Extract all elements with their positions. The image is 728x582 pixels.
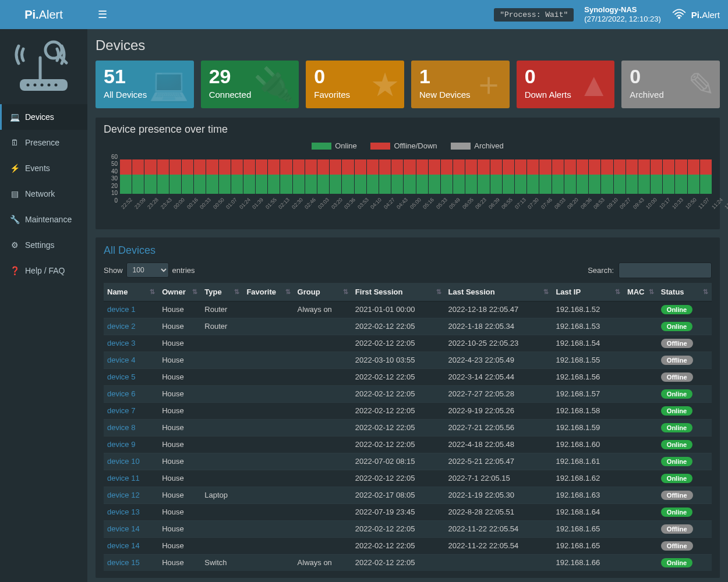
table-row[interactable]: device 8House2022-02-12 22:052022-7-21 2… [104, 419, 712, 436]
col-last-ip[interactable]: Last IP⇅ [552, 283, 623, 301]
device-link[interactable]: device 10 [107, 457, 140, 466]
brand-right[interactable]: Pi.Alert [672, 9, 720, 21]
stat-icon: ▲ [578, 66, 610, 104]
status-badge: Online [661, 457, 692, 466]
device-link[interactable]: device 13 [107, 508, 140, 516]
sort-icon: ⇅ [543, 288, 549, 296]
table-row[interactable]: device 14House2022-02-12 22:052022-11-22… [104, 520, 712, 537]
device-link[interactable]: device 6 [107, 389, 135, 398]
status-badge: Online [661, 423, 692, 432]
table-row[interactable]: device 15HouseSwitchAlways on2022-02-12 … [104, 554, 712, 571]
cog-icon: ⚙ [10, 240, 19, 250]
nav-item-help-faq[interactable]: ❓Help / FAQ [0, 258, 87, 283]
col-owner[interactable]: Owner⇅ [158, 283, 201, 301]
chart-yaxis: 6050403020100 [104, 154, 120, 204]
sort-icon: ⇅ [343, 288, 348, 296]
search-input[interactable] [619, 262, 712, 278]
device-link[interactable]: device 12 [107, 491, 140, 499]
process-status: "Process: Wait" [494, 8, 574, 22]
search-label: Search: [588, 266, 614, 275]
chart-xaxis: 22:5223:0923:2823:4300:0000:1600:3300:50… [120, 206, 712, 226]
table-row[interactable]: device 13House2022-07-19 23:452022-8-28 … [104, 503, 712, 520]
nav-item-settings[interactable]: ⚙Settings [0, 232, 87, 258]
wrench-icon: 🔧 [10, 215, 19, 224]
table-row[interactable]: device 3House2022-02-12 22:052022-10-25 … [104, 335, 712, 352]
legend-online[interactable]: Online [312, 141, 357, 150]
col-first-session[interactable]: First Session⇅ [352, 283, 445, 301]
status-badge: Online [661, 440, 692, 449]
table-row[interactable]: device 11House2022-02-12 22:052022-7-1 2… [104, 470, 712, 487]
chart-box: Device presence over time Online Offline… [96, 118, 720, 229]
device-link[interactable]: device 14 [107, 524, 140, 533]
col-type[interactable]: Type⇅ [201, 283, 243, 301]
nav-item-network[interactable]: ▤Network [0, 181, 87, 207]
device-link[interactable]: device 9 [107, 440, 135, 449]
brand-logo[interactable]: Pi.Alert [0, 0, 87, 29]
legend-archived[interactable]: Archived [451, 141, 504, 150]
status-badge: Offline [661, 339, 693, 348]
col-last-session[interactable]: Last Session⇅ [445, 283, 553, 301]
device-link[interactable]: device 2 [107, 322, 135, 331]
device-link[interactable]: device 3 [107, 339, 135, 347]
stat-favorites[interactable]: 0Favorites★ [306, 61, 404, 108]
table-row[interactable]: device 4House2022-03-10 03:552022-4-23 2… [104, 352, 712, 368]
stat-new-devices[interactable]: 1New Devices＋ [411, 61, 510, 108]
col-group[interactable]: Group⇅ [294, 283, 352, 301]
sidebar-toggle[interactable]: ☰ [87, 8, 118, 21]
device-link[interactable]: device 4 [107, 356, 135, 364]
device-link[interactable]: device 11 [107, 474, 140, 482]
nav-label: Events [25, 164, 50, 173]
status-badge: Offline [661, 491, 693, 500]
col-name[interactable]: Name⇅ [104, 283, 158, 301]
stat-icon: 💻 [149, 65, 189, 104]
device-link[interactable]: device 5 [107, 372, 135, 381]
content: Devices 51All Devices💻29Connected🔌0Favor… [87, 29, 728, 582]
table-row[interactable]: device 10House2022-07-02 08:152022-5-21 … [104, 453, 712, 470]
page-size-select[interactable]: 100 [126, 262, 169, 278]
sort-icon: ⇅ [649, 288, 654, 296]
table-box: All Devices Show 100 entries Search: Nam… [96, 237, 720, 578]
status-badge: Online [661, 508, 692, 517]
stat-connected[interactable]: 29Connected🔌 [201, 61, 299, 108]
show-label: Show [104, 266, 123, 275]
sort-icon: ⇅ [703, 288, 708, 296]
status-badge: Online [661, 558, 692, 567]
stat-archived[interactable]: 0Archived✎ [621, 61, 720, 108]
device-link[interactable]: device 1 [107, 305, 135, 314]
status-badge: Offline [661, 356, 693, 365]
nav-item-events[interactable]: ⚡Events [0, 155, 87, 181]
legend-offline[interactable]: Offline/Down [370, 141, 437, 150]
device-link[interactable]: device 15 [107, 558, 140, 567]
table-row[interactable]: device 14House2022-02-12 22:052022-11-22… [104, 537, 712, 554]
svg-point-0 [678, 17, 680, 19]
timestamp: (27/12/2022, 12:10:23) [584, 15, 661, 24]
col-mac[interactable]: MAC⇅ [624, 283, 658, 301]
status-badge: Online [661, 474, 692, 483]
nav-item-devices[interactable]: 💻Devices [0, 104, 87, 130]
stat-down-alerts[interactable]: 0Down Alerts▲ [517, 61, 615, 108]
stat-icon: ＋ [472, 62, 505, 107]
nav-item-maintenance[interactable]: 🔧Maintenance [0, 207, 87, 232]
col-status[interactable]: Status⇅ [658, 283, 712, 301]
table-row[interactable]: device 1HouseRouterAlways on2021-01-01 0… [104, 301, 712, 318]
nav-item-presence[interactable]: 🗓Presence [0, 130, 87, 155]
stat-all-devices[interactable]: 51All Devices💻 [96, 61, 194, 108]
table-row[interactable]: device 5House2022-02-12 22:052022-3-14 2… [104, 368, 712, 385]
table-row[interactable]: device 9House2022-02-12 22:052022-4-18 2… [104, 436, 712, 453]
table-row[interactable]: device 6House2022-02-12 22:052022-7-27 2… [104, 385, 712, 402]
device-link[interactable]: device 8 [107, 423, 135, 432]
top-header: Pi.Alert ☰ "Process: Wait" Synology-NAS … [0, 0, 728, 29]
chart-title: Device presence over time [104, 123, 712, 136]
sort-icon: ⇅ [192, 288, 197, 296]
nav-label: Help / FAQ [25, 266, 65, 275]
status-badge: Online [661, 305, 692, 314]
col-favorite[interactable]: Favorite⇅ [243, 283, 294, 301]
status-badge: Online [661, 322, 692, 331]
device-link[interactable]: device 7 [107, 406, 135, 415]
svg-point-6 [34, 84, 37, 87]
device-link[interactable]: device 14 [107, 541, 140, 550]
table-row[interactable]: device 2HouseRouter2022-02-12 22:052022-… [104, 318, 712, 335]
table-row[interactable]: device 7House2022-02-12 22:052022-9-19 2… [104, 402, 712, 419]
table-row[interactable]: device 12HouseLaptop2022-02-17 08:052022… [104, 487, 712, 503]
svg-point-5 [27, 84, 30, 87]
